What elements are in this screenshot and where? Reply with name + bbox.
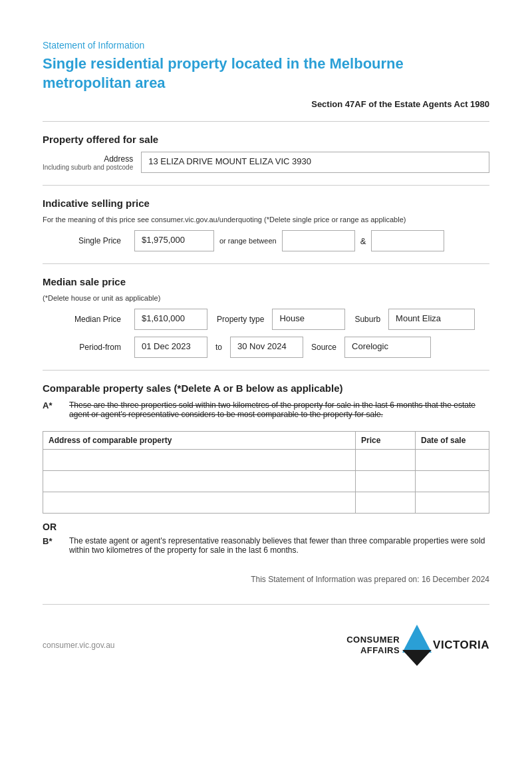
source-label: Source <box>311 343 336 352</box>
row3-address[interactable] <box>43 492 356 513</box>
a-label: A* <box>43 400 56 410</box>
b-block: B* The estate agent or agent's represent… <box>43 536 489 568</box>
main-title: Single residential property located in t… <box>43 55 489 92</box>
indicative-title: Indicative selling price <box>43 198 489 209</box>
row3-date[interactable] <box>416 492 489 513</box>
period-to-input[interactable]: 30 Nov 2024 <box>230 337 303 358</box>
a-block: A* These are the three properties sold w… <box>43 400 489 424</box>
tri-dark <box>402 650 432 666</box>
footer: consumer.vic.gov.au CONSUMER AFFAIRS VIC… <box>43 618 489 666</box>
suburb-label: Suburb <box>354 315 380 324</box>
table-row <box>43 492 489 514</box>
tri-blue <box>402 625 432 653</box>
to-label: to <box>215 343 222 352</box>
comparable-title: Comparable property sales (*Delete A or … <box>43 382 489 394</box>
property-type-input[interactable]: House <box>272 309 345 330</box>
median-section: Median sale price (*Delete house or unit… <box>43 276 489 358</box>
indicative-section: Indicative selling price For the meaning… <box>43 198 489 251</box>
source-input[interactable]: Corelogic <box>344 337 431 358</box>
cav-line1: CONSUMER <box>346 635 400 645</box>
col-date-header: Date of sale <box>416 432 489 449</box>
vic-text: VICTORIA <box>433 639 489 652</box>
footer-url: consumer.vic.gov.au <box>43 641 115 650</box>
median-price-row: Median Price $1,610,000 Property type Ho… <box>43 309 489 330</box>
statement-label: Statement of Information <box>43 40 489 51</box>
address-input[interactable]: 13 ELIZA DRIVE MOUNT ELIZA VIC 3930 <box>141 152 489 173</box>
row2-date[interactable] <box>416 471 489 492</box>
logo-triangle <box>402 625 432 666</box>
a-note: These are the three properties sold with… <box>56 400 489 419</box>
period-row: Period-from 01 Dec 2023 to 30 Nov 2024 S… <box>43 337 489 358</box>
median-price-label: Median Price <box>43 315 129 324</box>
row3-price[interactable] <box>356 492 416 513</box>
comparable-section: Comparable property sales (*Delete A or … <box>43 382 489 568</box>
col-price-header: Price <box>356 432 416 449</box>
divider-2 <box>43 185 489 186</box>
ampersand: & <box>360 236 366 246</box>
period-label: Period-from <box>43 343 129 352</box>
row1-price[interactable] <box>356 450 416 470</box>
property-section-title: Property offered for sale <box>43 134 489 145</box>
single-price-input[interactable]: $1,975,000 <box>134 230 214 251</box>
range-from-input[interactable] <box>282 230 355 251</box>
single-price-label: Single Price <box>43 236 129 245</box>
address-row: Address Including suburb and postcode 13… <box>43 152 489 173</box>
suburb-input[interactable]: Mount Eliza <box>388 309 475 330</box>
divider-1 <box>43 121 489 122</box>
median-title: Median sale price <box>43 276 489 287</box>
property-type-label: Property type <box>217 315 264 324</box>
property-section: Property offered for sale Address Includ… <box>43 134 489 173</box>
row2-address[interactable] <box>43 471 356 492</box>
or-label: OR <box>43 522 489 532</box>
act-ref: Section 47AF of the Estate Agents Act 19… <box>43 99 489 109</box>
median-price-input[interactable]: $1,610,000 <box>134 309 207 330</box>
price-note: For the meaning of this price see consum… <box>43 216 489 224</box>
divider-3 <box>43 263 489 264</box>
divider-4 <box>43 370 489 371</box>
cav-logo: CONSUMER AFFAIRS VICTORIA <box>346 625 489 666</box>
prepared-note: This Statement of Information was prepar… <box>43 575 489 584</box>
col-address-header: Address of comparable property <box>43 432 356 449</box>
median-delete-note: (*Delete house or unit as applicable) <box>43 294 489 302</box>
row1-date[interactable] <box>416 450 489 470</box>
row1-address[interactable] <box>43 450 356 470</box>
row2-price[interactable] <box>356 471 416 492</box>
range-to-input[interactable] <box>371 230 444 251</box>
period-from-input[interactable]: 01 Dec 2023 <box>134 337 207 358</box>
b-label: B* <box>43 536 56 546</box>
address-label: Address Including suburb and postcode <box>43 154 141 171</box>
table-row <box>43 471 489 492</box>
or-range-label: or range between <box>219 237 277 245</box>
b-note: The estate agent or agent's representati… <box>56 536 489 555</box>
table-header: Address of comparable property Price Dat… <box>43 431 489 450</box>
table-row <box>43 450 489 471</box>
cav-line2: AFFAIRS <box>346 645 400 656</box>
cav-text: CONSUMER AFFAIRS <box>346 635 400 657</box>
footer-divider <box>43 604 489 605</box>
single-price-row: Single Price $1,975,000 or range between… <box>43 230 489 251</box>
